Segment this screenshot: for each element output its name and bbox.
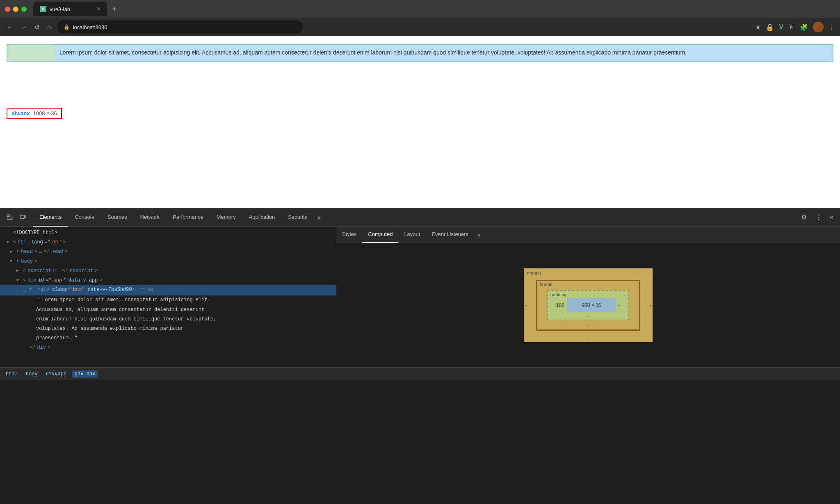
margin-outer-right: - — [649, 302, 651, 308]
border-dash-bottom: - — [587, 324, 589, 329]
html-text-4: ▶ voluptates! Ab assumenda explicabo min… — [0, 324, 336, 334]
tab-memory[interactable]: Memory — [210, 209, 242, 227]
svg-rect-0 — [7, 215, 9, 217]
html-html-line[interactable]: <html lang="en"> — [0, 238, 336, 247]
inspect-element-button[interactable] — [3, 209, 16, 227]
devtools-left-icons — [0, 209, 33, 227]
margin-dash-top: - — [648, 270, 649, 275]
content-box: 908 × 36 — [567, 298, 616, 312]
tab-title: vue3-lab — [50, 6, 70, 12]
tab-close-button[interactable]: × — [97, 5, 100, 13]
browser-window: V vue3-lab × + ← → ↺ ⌂ 🔒 localhost:8080 … — [0, 0, 840, 380]
minimize-window-button[interactable] — [13, 7, 18, 12]
tab-favicon: V — [40, 6, 46, 12]
tooltip-dimensions: 1008 × 36 — [33, 110, 57, 116]
box-green-side — [7, 45, 55, 61]
cursor-icon[interactable]: 🖱 — [788, 23, 795, 31]
border-label: border — [540, 282, 553, 287]
tab-bar: V vue3-lab × + — [30, 2, 835, 16]
html-div-app-line[interactable]: <div id="app" data-v-app> — [0, 276, 336, 285]
highlighted-element: Lorem ipsum dolor sit amet, consectetur … — [7, 44, 833, 62]
url-display: localhost:8080 — [73, 24, 107, 30]
bookmark-icon[interactable]: ★ — [755, 23, 761, 31]
right-tab-more-button[interactable]: » — [474, 232, 484, 238]
html-tree-panel[interactable]: ▶ <!DOCTYPE html> <html lang="en"> <head… — [0, 227, 336, 367]
browser-tab[interactable]: V vue3-lab × — [33, 2, 107, 16]
tab-console[interactable]: Console — [68, 209, 101, 227]
devtools-more-button[interactable]: ⋮ — [812, 212, 825, 223]
noscript-triangle[interactable] — [16, 268, 21, 274]
new-tab-button[interactable]: + — [107, 2, 122, 16]
tab-sources[interactable]: Sources — [101, 209, 134, 227]
right-tab-computed[interactable]: Computed — [362, 227, 398, 243]
forward-button[interactable]: → — [19, 22, 29, 32]
back-button[interactable]: ← — [5, 22, 15, 32]
extensions-icon[interactable]: 🧩 — [800, 23, 808, 31]
margin-side-left-outer: - — [516, 302, 517, 308]
devtools-panel: Elements Console Sources Network Perform… — [0, 208, 840, 380]
margin-side-right-outer: - — [659, 302, 661, 308]
tab-network[interactable]: Network — [134, 209, 167, 227]
right-tab-styles[interactable]: Styles — [336, 227, 362, 243]
right-tab-event-listeners[interactable]: Event Listeners — [426, 227, 474, 243]
box-triangle[interactable] — [29, 286, 34, 293]
tooltip-tag-name: div.box — [11, 110, 30, 116]
maximize-window-button[interactable] — [21, 7, 27, 12]
html-noscript-line[interactable]: <noscript>…</noscript> — [0, 266, 336, 276]
html-triangle[interactable] — [7, 239, 11, 246]
home-button[interactable]: ⌂ — [46, 22, 53, 32]
device-toolbar-button[interactable] — [16, 209, 30, 227]
devtools-close-button[interactable]: × — [826, 212, 837, 223]
devtools-settings-button[interactable]: ⚙ — [798, 212, 810, 223]
security-icon: 🔒 — [64, 24, 70, 30]
browser-toolbar-icons: ★ 🔒 V 🖱 🧩 ⋮ — [755, 22, 835, 32]
lorem-text-content: Lorem ipsum dolor sit amet, consectetur … — [55, 45, 833, 61]
title-bar: V vue3-lab × + — [0, 0, 840, 18]
head-triangle[interactable] — [10, 249, 15, 255]
html-head-line[interactable]: <head>…</head> — [0, 247, 336, 257]
extension-icon-1[interactable]: 🔒 — [766, 23, 774, 31]
close-window-button[interactable] — [5, 7, 10, 12]
right-panel: Styles Computed Layout Event Listeners »… — [336, 227, 840, 367]
html-text-1: ▶ " Lorem ipsum dolor sit amet, consecte… — [0, 295, 336, 305]
chrome-menu-icon[interactable]: ⋮ — [829, 23, 835, 31]
tab-application[interactable]: Application — [242, 209, 282, 227]
padding-dash-bottom: - — [587, 313, 589, 318]
breadcrumb-body[interactable]: body — [23, 370, 40, 378]
more-tabs-button[interactable]: » — [314, 214, 324, 221]
devtools-settings-area: ⚙ ⋮ × — [798, 212, 840, 223]
border-dash-right: - — [635, 282, 637, 287]
padding-dash-right: - — [624, 292, 626, 297]
tab-performance[interactable]: Performance — [166, 209, 210, 227]
breadcrumb-div-box[interactable]: div.box — [72, 370, 98, 378]
html-body-line[interactable]: <body> — [0, 257, 336, 266]
border-box: border - - padding - - — [536, 280, 640, 331]
margin-box: margin - - border - - — [524, 268, 653, 342]
right-panel-tabs: Styles Computed Layout Event Listeners » — [336, 227, 840, 243]
padding-box: padding - - 100 908 × 3 — [547, 290, 629, 320]
tab-security[interactable]: Security — [281, 209, 314, 227]
html-doctype-line[interactable]: ▶ <!DOCTYPE html> — [0, 228, 336, 238]
html-div-box-close[interactable]: ▶ </div> — [0, 343, 336, 352]
profile-avatar[interactable] — [813, 22, 824, 32]
box-model-visual: margin - - border - - — [524, 268, 653, 342]
html-div-box-line[interactable]: … <div class="box" data-v-7ba5bd90> == $… — [0, 285, 336, 295]
margin-outer-left: - — [525, 302, 527, 308]
page-content: Lorem ipsum dolor sit amet, consectetur … — [0, 36, 840, 208]
refresh-button[interactable]: ↺ — [33, 22, 41, 33]
html-text-3: ▶ enim laborum nisi quibusdam quod simil… — [0, 315, 336, 324]
left-padding-val: 100 — [556, 302, 564, 308]
address-input[interactable]: 🔒 localhost:8080 — [57, 20, 303, 34]
margin-dash-bottom: - — [587, 335, 589, 340]
devtools-main-area: ▶ <!DOCTYPE html> <html lang="en"> <head… — [0, 227, 840, 367]
breadcrumb-html[interactable]: html — [3, 370, 20, 378]
breadcrumb-bar: html body div#app div.box — [0, 367, 840, 380]
margin-label: margin — [527, 270, 541, 275]
right-tab-layout[interactable]: Layout — [398, 227, 426, 243]
body-triangle[interactable] — [10, 258, 15, 265]
tab-elements[interactable]: Elements — [33, 209, 68, 227]
vue-devtools-icon[interactable]: V — [779, 23, 783, 31]
page-inner: Lorem ipsum dolor sit amet, consectetur … — [7, 44, 833, 62]
breadcrumb-div-app[interactable]: div#app — [43, 370, 69, 378]
app-triangle[interactable] — [16, 277, 21, 284]
